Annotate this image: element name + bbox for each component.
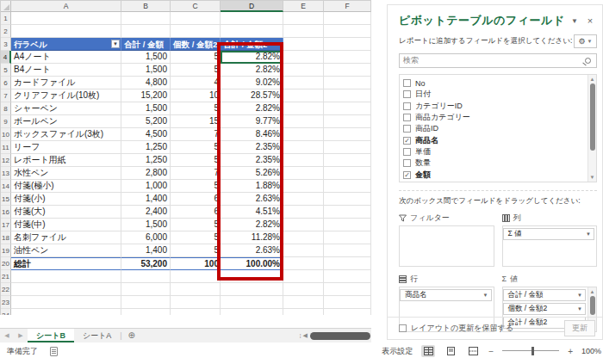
cell[interactable]: 5,200 xyxy=(121,115,171,128)
defer-layout-checkbox[interactable] xyxy=(399,324,407,332)
field-checkbox[interactable] xyxy=(403,125,411,133)
column-header-c[interactable]: C xyxy=(171,1,221,12)
chevron-down-icon[interactable]: ▼ xyxy=(577,293,582,298)
cell[interactable]: 11.28% xyxy=(221,231,283,244)
field-item-No[interactable]: No xyxy=(403,77,587,89)
cell[interactable]: 5 xyxy=(171,154,221,167)
cell[interactable]: 9.77% xyxy=(221,115,283,128)
cell[interactable] xyxy=(11,12,121,25)
cell[interactable] xyxy=(283,206,324,219)
tools-gear-button[interactable]: ⚙▼ xyxy=(574,34,597,48)
row-header-20[interactable]: 20 xyxy=(1,257,11,270)
normal-view-icon[interactable] xyxy=(421,345,435,357)
cell[interactable]: 2.63% xyxy=(221,244,283,257)
zoom-out-button[interactable]: − xyxy=(488,347,494,356)
field-checkbox[interactable]: ✓ xyxy=(403,137,411,145)
cell[interactable]: リーフ xyxy=(11,141,121,154)
field-checkbox[interactable] xyxy=(403,159,411,167)
hscroll-left-icon[interactable]: ◀ xyxy=(303,332,308,339)
scroll-up-icon[interactable]: ▲ xyxy=(590,287,595,296)
cell[interactable] xyxy=(324,231,371,244)
cell[interactable]: 2.82% xyxy=(221,64,283,77)
cell[interactable]: 4,500 xyxy=(121,128,171,141)
cell[interactable] xyxy=(283,283,324,296)
cell[interactable]: 1,500 xyxy=(121,219,171,231)
cell[interactable] xyxy=(11,270,121,283)
cell[interactable] xyxy=(221,12,283,25)
pivot-header-row-label[interactable]: 行ラベル▼ xyxy=(11,38,121,51)
cell[interactable] xyxy=(324,77,371,89)
row-header-23[interactable]: 23 xyxy=(1,296,11,309)
cell[interactable]: 5 xyxy=(171,244,221,257)
cell[interactable]: 1,250 xyxy=(121,154,171,167)
sheet-tab-a[interactable]: シートA xyxy=(74,329,120,342)
cell[interactable] xyxy=(11,309,121,315)
field-item-日付[interactable]: 日付 xyxy=(403,89,587,100)
cell[interactable] xyxy=(283,296,324,309)
columns-area-box[interactable]: Σ 値▼ xyxy=(502,225,598,267)
cell[interactable] xyxy=(121,296,171,309)
cell[interactable] xyxy=(121,309,171,315)
cell[interactable] xyxy=(283,115,324,128)
row-header-15[interactable]: 15 xyxy=(1,193,11,206)
cell[interactable] xyxy=(324,25,371,38)
field-item-カテゴリーID[interactable]: カテゴリーID xyxy=(403,101,587,112)
cell[interactable]: 2.82% xyxy=(221,219,283,231)
hscroll-thumb[interactable] xyxy=(310,332,370,340)
cell[interactable]: 付箋(小) xyxy=(11,193,121,206)
sheet-tab-b[interactable]: シートB xyxy=(28,329,74,342)
cell[interactable] xyxy=(283,167,324,180)
cell[interactable] xyxy=(324,64,371,77)
cell[interactable] xyxy=(324,167,371,180)
field-item-数量[interactable]: 数量 xyxy=(403,157,587,169)
row-label-filter-icon[interactable]: ▼ xyxy=(111,40,120,48)
cell[interactable] xyxy=(324,283,371,296)
cell[interactable] xyxy=(11,283,121,296)
field-item-商品ID[interactable]: 商品ID xyxy=(403,123,587,134)
cell[interactable]: 53,200 xyxy=(121,257,171,270)
row-header-10[interactable]: 10 xyxy=(1,128,11,141)
cell[interactable]: 5.26% xyxy=(221,167,283,180)
cell[interactable]: 5 xyxy=(171,231,221,244)
cell[interactable]: 100 xyxy=(171,257,221,270)
row-header-13[interactable]: 13 xyxy=(1,167,11,180)
new-sheet-button[interactable]: ⊕ xyxy=(122,329,141,342)
row-header-24[interactable]: 24 xyxy=(1,309,11,315)
cell[interactable]: 付箋(中) xyxy=(11,219,121,231)
cell[interactable]: ボックスファイル(3枚) xyxy=(11,128,121,141)
cell[interactable]: 100.00% xyxy=(221,257,283,270)
cell[interactable]: 6,000 xyxy=(121,231,171,244)
cell[interactable]: 2,800 xyxy=(121,167,171,180)
cell[interactable] xyxy=(283,64,324,77)
field-search-input[interactable]: 検索 xyxy=(399,53,597,68)
row-header-9[interactable]: 9 xyxy=(1,115,11,128)
pane-options-chevron-icon[interactable]: ▼ xyxy=(568,17,581,25)
cell[interactable] xyxy=(324,206,371,219)
field-item-単価[interactable]: 単価 xyxy=(403,146,587,157)
cell[interactable] xyxy=(324,244,371,257)
field-checkbox[interactable]: ✓ xyxy=(403,171,411,179)
cell[interactable]: 1,500 xyxy=(121,102,171,115)
field-checkbox[interactable] xyxy=(403,79,411,87)
field-checkbox[interactable] xyxy=(403,102,411,110)
cell[interactable]: 28.57% xyxy=(221,89,283,102)
cell[interactable]: 1,250 xyxy=(121,141,171,154)
field-checkbox[interactable] xyxy=(403,114,411,121)
page-layout-view-icon[interactable] xyxy=(444,345,457,357)
cell[interactable] xyxy=(283,270,324,283)
column-header-e[interactable]: E xyxy=(283,1,324,12)
cell[interactable]: 5 xyxy=(171,180,221,193)
cell[interactable] xyxy=(171,296,221,309)
cell[interactable]: 1,400 xyxy=(121,244,171,257)
cell[interactable] xyxy=(121,270,171,283)
row-header-21[interactable]: 21 xyxy=(1,270,11,283)
field-list-scrollbar[interactable]: ▲ ▼ xyxy=(587,75,596,182)
row-header-1[interactable]: 1 xyxy=(1,12,11,25)
cell[interactable]: 4 xyxy=(171,77,221,89)
cell[interactable]: ボールペン xyxy=(11,115,121,128)
cell[interactable]: 10 xyxy=(171,89,221,102)
scrollbar-thumb[interactable] xyxy=(590,83,595,151)
cell[interactable]: 7 xyxy=(171,128,221,141)
scroll-down-icon[interactable]: ▼ xyxy=(590,173,595,182)
cell[interactable] xyxy=(283,51,324,64)
